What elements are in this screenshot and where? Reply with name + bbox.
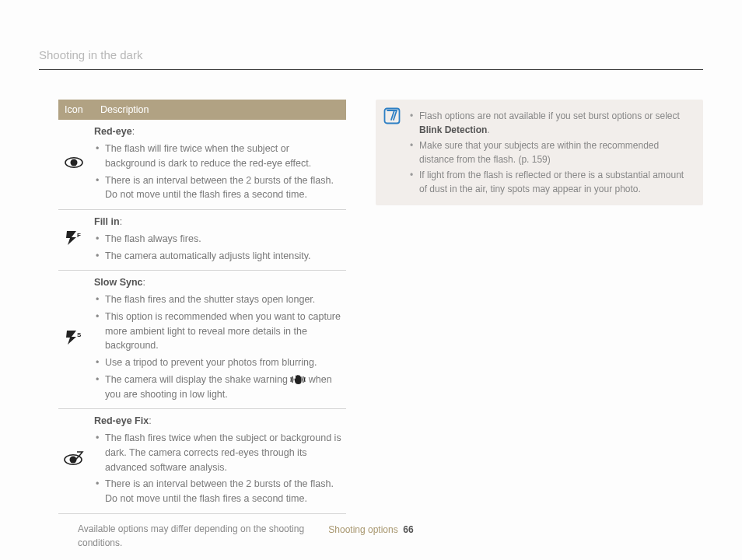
table-row: S Slow Sync: The flash fires and the shu… bbox=[58, 271, 346, 409]
note-item: If light from the flash is reflected or … bbox=[410, 168, 694, 196]
row-bullet: The flash fires and the shutter stays op… bbox=[94, 292, 341, 307]
row-title: Red-eye Fix bbox=[94, 415, 149, 426]
table-row: F Fill in: The flash always fires. The c… bbox=[58, 210, 346, 271]
svg-text:S: S bbox=[77, 331, 82, 338]
fill-in-icon: F bbox=[65, 237, 83, 248]
row-bullet: The camera will display the shake warnin… bbox=[94, 373, 341, 402]
row-bullet: Use a tripod to prevent your photos from… bbox=[94, 355, 341, 370]
page-footer: Shooting options 66 bbox=[0, 523, 742, 537]
row-title: Slow Sync bbox=[94, 277, 143, 288]
red-eye-icon bbox=[65, 159, 83, 170]
note-box: Flash options are not available if you s… bbox=[376, 100, 703, 205]
row-title: Red-eye bbox=[94, 126, 132, 137]
flash-options-table: Icon Description bbox=[58, 100, 346, 514]
footer-section: Shooting options bbox=[328, 524, 397, 535]
slow-sync-icon: S bbox=[65, 337, 83, 348]
page-title: Shooting in the dark bbox=[39, 47, 703, 70]
note-item: Flash options are not available if you s… bbox=[410, 109, 694, 137]
table-row: Red-eye: The flash will fire twice when … bbox=[58, 120, 346, 209]
row-bullet: This option is recommended when you want… bbox=[94, 310, 341, 353]
footer-page: 66 bbox=[403, 524, 413, 535]
note-item: Make sure that your subjects are within … bbox=[410, 138, 694, 166]
row-bullet: The camera automatically adjusts light i… bbox=[94, 249, 341, 264]
th-desc: Description bbox=[94, 100, 346, 121]
svg-text:F: F bbox=[77, 232, 81, 239]
row-title: Fill in bbox=[94, 216, 120, 227]
table-row: Red-eye Fix: The flash fires twice when … bbox=[58, 409, 346, 514]
shake-warning-icon bbox=[290, 374, 306, 385]
row-bullet: The flash fires twice when the subject o… bbox=[94, 431, 341, 474]
th-icon: Icon bbox=[58, 100, 94, 121]
note-icon bbox=[383, 107, 401, 128]
row-bullet: The flash always fires. bbox=[94, 232, 341, 247]
svg-point-1 bbox=[71, 159, 78, 166]
row-bullet: There is an interval between the 2 burst… bbox=[94, 477, 341, 506]
row-bullet: The flash will fire twice when the subje… bbox=[94, 142, 341, 171]
red-eye-fix-icon bbox=[64, 458, 84, 469]
row-bullet: There is an interval between the 2 burst… bbox=[94, 173, 341, 203]
